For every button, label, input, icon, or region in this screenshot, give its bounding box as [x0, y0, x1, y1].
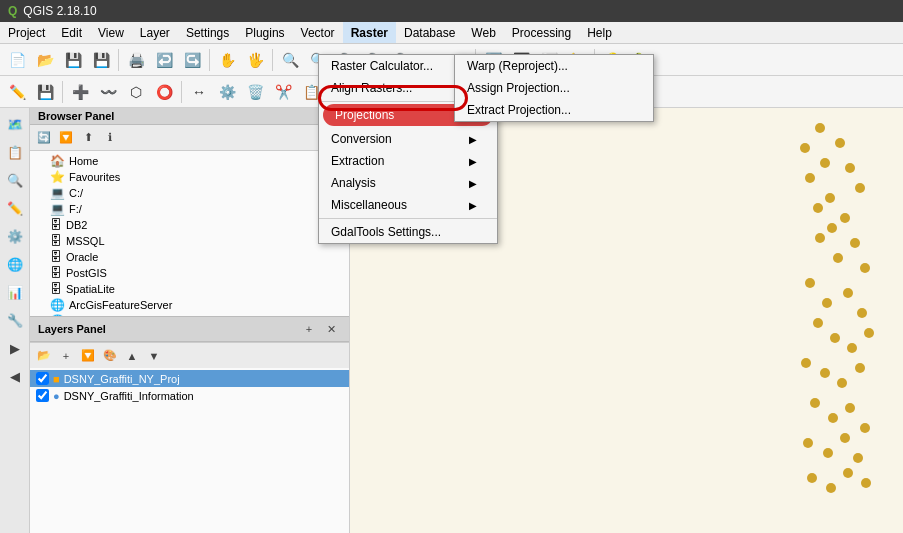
new-project-btn[interactable]: 📄 — [4, 47, 30, 73]
menu-web[interactable]: Web — [463, 22, 503, 43]
menu-plugins[interactable]: Plugins — [237, 22, 292, 43]
pan-btn[interactable]: ✋ — [214, 47, 240, 73]
browser-refresh-btn[interactable]: 🔄 — [34, 128, 54, 148]
svg-point-6 — [845, 163, 855, 173]
menu-settings[interactable]: Settings — [178, 22, 237, 43]
add-circle-btn[interactable]: ⭕ — [151, 79, 177, 105]
gdaltools-item[interactable]: GdalTools Settings... — [319, 221, 497, 243]
print-btn[interactable]: 🖨️ — [123, 47, 149, 73]
tree-spatialite[interactable]: 🗄 SpatiaLite — [30, 281, 349, 297]
separator-6 — [62, 81, 63, 103]
svg-point-30 — [823, 448, 833, 458]
tree-favourites[interactable]: ⭐ Favourites — [30, 169, 349, 185]
svg-point-1 — [815, 123, 825, 133]
browser-filter-btn[interactable]: 🔽 — [56, 128, 76, 148]
menu-project[interactable]: Project — [0, 22, 53, 43]
layer-style-btn[interactable]: 🎨 — [100, 346, 120, 366]
layers-tree[interactable]: ■ DSNY_Graffiti_NY_Proj ● DSNY_Graffiti_… — [30, 368, 349, 533]
svg-point-13 — [805, 278, 815, 288]
move-feature-btn[interactable]: ↔️ — [186, 79, 212, 105]
left-icon-7[interactable]: 📊 — [3, 280, 27, 304]
node-tool-btn[interactable]: ⚙️ — [214, 79, 240, 105]
tree-db2[interactable]: 🗄 DB2 — [30, 217, 349, 233]
extraction-item[interactable]: Extraction ▶ — [319, 150, 497, 172]
assign-projection-item[interactable]: Assign Projection... — [455, 77, 653, 99]
menu-view[interactable]: View — [90, 22, 132, 43]
tree-home-label: Home — [69, 155, 98, 167]
miscellaneous-item[interactable]: Miscellaneous ▶ — [319, 194, 497, 216]
layer-open-btn[interactable]: 📂 — [34, 346, 54, 366]
layer-item-1[interactable]: ■ DSNY_Graffiti_NY_Proj — [30, 370, 349, 387]
tree-arcgis-feature[interactable]: 🌐 ArcGisFeatureServer — [30, 297, 349, 313]
menu-edit[interactable]: Edit — [53, 22, 90, 43]
add-line-btn[interactable]: 〰️ — [95, 79, 121, 105]
favourites-icon: ⭐ — [50, 170, 65, 184]
conversion-item[interactable]: Conversion ▶ — [319, 128, 497, 150]
browser-collapse-btn[interactable]: ⬆ — [78, 128, 98, 148]
save-project-btn[interactable]: 💾 — [60, 47, 86, 73]
left-icon-9[interactable]: ▶ — [3, 336, 27, 360]
layer-item-2[interactable]: ● DSNY_Graffiti_Information — [30, 387, 349, 404]
left-icon-4[interactable]: ✏️ — [3, 196, 27, 220]
edit-save-btn[interactable]: 💾 — [32, 79, 58, 105]
analysis-item[interactable]: Analysis ▶ — [319, 172, 497, 194]
tree-arcgis-map[interactable]: 🌐 ArcGisMapServer — [30, 313, 349, 316]
extract-projection-item[interactable]: Extract Projection... — [455, 99, 653, 121]
tree-f-drive[interactable]: 💻 F:/ — [30, 201, 349, 217]
left-icon-8[interactable]: 🔧 — [3, 308, 27, 332]
add-polygon-btn[interactable]: ⬡ — [123, 79, 149, 105]
undo-btn[interactable]: ↩️ — [151, 47, 177, 73]
save-as-btn[interactable]: 💾 — [88, 47, 114, 73]
projections-submenu: Warp (Reproject)... Assign Projection...… — [454, 54, 654, 122]
tree-f-drive-label: F:/ — [69, 203, 82, 215]
edit-toggle-btn[interactable]: ✏️ — [4, 79, 30, 105]
menu-vector[interactable]: Vector — [293, 22, 343, 43]
home-icon: 🏠 — [50, 154, 65, 168]
layer-add-btn[interactable]: + — [56, 346, 76, 366]
pan-map-btn[interactable]: 🖐️ — [242, 47, 268, 73]
svg-point-28 — [860, 423, 870, 433]
menu-database[interactable]: Database — [396, 22, 463, 43]
separator-2 — [209, 49, 210, 71]
menu-layer[interactable]: Layer — [132, 22, 178, 43]
warp-item[interactable]: Warp (Reproject)... — [455, 55, 653, 77]
layer-filter-btn[interactable]: 🔽 — [78, 346, 98, 366]
left-icon-1[interactable]: 🗺️ — [3, 112, 27, 136]
left-icon-5[interactable]: ⚙️ — [3, 224, 27, 248]
delete-selected-btn[interactable]: 🗑️ — [242, 79, 268, 105]
browser-panel-title: Browser Panel — [38, 110, 114, 122]
close-panel-btn[interactable]: ✕ — [321, 319, 341, 339]
svg-point-37 — [800, 143, 810, 153]
browser-tree[interactable]: 🏠 Home ⭐ Favourites 💻 C:/ 💻 F:/ 🗄 DB2 🗄 — [30, 151, 349, 316]
tree-postgis[interactable]: 🗄 PostGIS — [30, 265, 349, 281]
svg-point-27 — [845, 403, 855, 413]
layer-up-btn[interactable]: ▲ — [122, 346, 142, 366]
tree-mssql[interactable]: 🗄 MSSQL — [30, 233, 349, 249]
svg-point-16 — [857, 308, 867, 318]
svg-point-32 — [853, 453, 863, 463]
layer-visible-1[interactable] — [36, 372, 49, 385]
add-point-btn[interactable]: ➕ — [67, 79, 93, 105]
layer-down-btn[interactable]: ▼ — [144, 346, 164, 366]
cut-features-btn[interactable]: ✂️ — [270, 79, 296, 105]
zoom-in-btn[interactable]: 🔍 — [277, 47, 303, 73]
svg-point-8 — [840, 213, 850, 223]
redo-btn[interactable]: ↪️ — [179, 47, 205, 73]
arcgis-map-icon: 🌐 — [50, 314, 65, 316]
menu-help[interactable]: Help — [579, 22, 620, 43]
layer-visible-2[interactable] — [36, 389, 49, 402]
left-icon-6[interactable]: 🌐 — [3, 252, 27, 276]
open-project-btn[interactable]: 📂 — [32, 47, 58, 73]
add-layer-btn[interactable]: + — [299, 319, 319, 339]
menu-raster[interactable]: Raster — [343, 22, 396, 43]
tree-c-drive[interactable]: 💻 C:/ — [30, 185, 349, 201]
tree-home[interactable]: 🏠 Home — [30, 153, 349, 169]
tree-oracle[interactable]: 🗄 Oracle — [30, 249, 349, 265]
menu-processing[interactable]: Processing — [504, 22, 579, 43]
svg-point-31 — [840, 433, 850, 443]
left-icon-3[interactable]: 🔍 — [3, 168, 27, 192]
tree-arcgis-map-label: ArcGisMapServer — [69, 315, 156, 316]
left-icon-2[interactable]: 📋 — [3, 140, 27, 164]
left-icon-10[interactable]: ◀ — [3, 364, 27, 388]
browser-info-btn[interactable]: ℹ — [100, 128, 120, 148]
